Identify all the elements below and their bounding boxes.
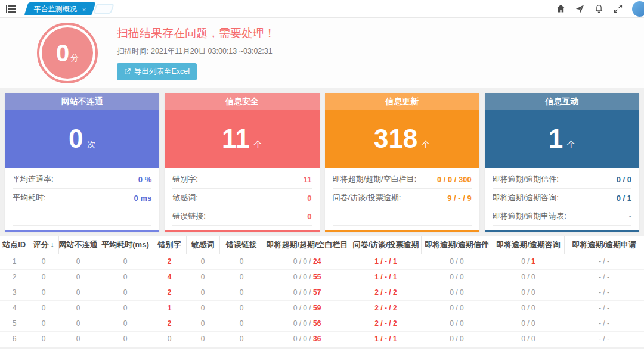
stat-value: 0 ms: [134, 194, 152, 202]
table-header-cell[interactable]: 错误链接: [219, 236, 264, 254]
user-avatar[interactable]: [632, 1, 644, 17]
cell-value-segment: 0: [42, 304, 46, 312]
cell-value-segment: 0 / 0: [521, 319, 535, 328]
table-cell: 2: [153, 316, 186, 331]
cell-value-segment: 0: [123, 304, 128, 312]
table-header-label: 即将超期/超期/空白栏目: [266, 240, 348, 249]
cell-value-segment: 0 / 0: [450, 319, 463, 328]
cell-value-segment: 0: [240, 257, 244, 266]
cell-value-segment: 0 / 0 /: [293, 319, 313, 328]
cell-value-segment: 0: [76, 288, 80, 297]
stat-value: 0 / 0: [617, 175, 631, 184]
cell-value-segment: - / -: [599, 335, 609, 343]
table-header-cell[interactable]: 平均耗时(ms): [98, 236, 153, 254]
table-header-cell[interactable]: 即将逾期/逾期申请: [564, 236, 644, 254]
table-cell: 0 / 0: [493, 331, 564, 347]
tab-bar: 平台监测概况 ×: [26, 2, 113, 15]
table-cell: 0: [186, 269, 219, 285]
topbar: 平台监测概况 ×: [0, 0, 644, 18]
cell-value-segment: 0: [76, 304, 80, 312]
table-cell: - / -: [564, 331, 644, 347]
cell-value-segment: 0: [240, 273, 244, 281]
topbar-actions: [556, 1, 638, 17]
menu-icon[interactable]: [5, 3, 17, 15]
table-header-label: 问卷/访谈/投票逾期: [352, 240, 419, 249]
cell-value-segment: 0 / 0: [450, 273, 463, 281]
table-header-cell[interactable]: 评分↓: [29, 236, 58, 254]
card-big-value: 0次: [5, 110, 159, 168]
card-big-value: 11个: [165, 110, 319, 168]
table-header-cell[interactable]: 错别字: [153, 236, 186, 254]
tab-close-icon[interactable]: ×: [82, 5, 86, 13]
cell-value-segment: 1: [531, 257, 535, 266]
stat-value: 0 %: [138, 175, 151, 184]
table-header-label: 网站不连通: [59, 240, 98, 249]
cell-value-segment: 1 / - / 1: [374, 273, 397, 281]
table-header-cell[interactable]: 即将逾期/逾期咨询: [493, 236, 564, 254]
stat-label: 即将超期/超期/空白栏目:: [333, 174, 417, 185]
export-excel-button[interactable]: 导出列表至Excel: [117, 63, 197, 80]
table-cell: 0: [98, 316, 153, 331]
send-icon[interactable]: [575, 4, 585, 14]
card-unit: 个: [254, 139, 262, 150]
table-cell: 0: [29, 285, 58, 300]
card-unit: 次: [87, 139, 95, 150]
cell-value-segment: 6: [13, 335, 17, 343]
table-cell: 0 / 0: [493, 300, 564, 316]
table-cell: 0: [186, 300, 219, 316]
table-header-cell[interactable]: 敏感词: [186, 236, 219, 254]
sort-descending-icon[interactable]: ↓: [51, 241, 54, 249]
stat-label: 错误链接:: [172, 211, 206, 222]
table-header-label: 即将逾期/逾期申请: [572, 240, 636, 249]
table-header-cell[interactable]: 即将逾期/逾期信件: [421, 236, 493, 254]
stat-value: 0: [307, 212, 311, 221]
table-cell: 0: [219, 331, 264, 347]
table-cell: 0 / 0: [421, 269, 493, 285]
stat-row: 平均连通率:0 %: [13, 170, 151, 189]
table-row: 40001000 / 0 / 592 / - / 20 / 00 / 0- / …: [0, 300, 644, 316]
card-title: 信息安全: [165, 93, 319, 110]
cell-value-segment: 0: [76, 335, 80, 343]
score-circle: 0 分: [37, 23, 98, 83]
card-stats: 平均连通率:0 %平均耗时:0 ms: [5, 168, 159, 230]
summary-card: 网站不连通0次平均连通率:0 %平均耗时:0 ms: [5, 93, 159, 232]
cell-value-segment: 0: [42, 288, 46, 297]
table-cell: 0: [98, 331, 153, 347]
tab-platform-overview[interactable]: 平台监测概况 ×: [24, 2, 96, 15]
cell-value-segment: 0: [201, 319, 205, 328]
stat-row: 即将逾期/逾期申请表:-: [493, 207, 631, 226]
stat-value: -: [629, 212, 631, 221]
table-header-label: 错误链接: [226, 240, 257, 249]
table-header-cell[interactable]: 站点ID: [0, 236, 29, 254]
stat-row: 错误链接:0: [172, 207, 311, 226]
table-header-label: 站点ID: [2, 240, 26, 249]
table-cell: 0: [29, 316, 58, 331]
cell-value-segment: 0: [123, 257, 128, 266]
table-cell: 1: [153, 300, 186, 316]
table-cell: 0: [29, 269, 58, 285]
bell-icon[interactable]: [594, 4, 604, 14]
expand-icon[interactable]: [613, 4, 623, 14]
table-header-cell[interactable]: 即将超期/超期/空白栏目: [264, 236, 351, 254]
scan-summary: 0 分 扫描结果存在问题，需要处理！ 扫描时间: 2021年11月20日 03:…: [0, 18, 644, 88]
table-cell: - / -: [564, 300, 644, 316]
cell-value-segment: 0: [76, 319, 80, 328]
cell-value-segment: 1: [13, 257, 17, 266]
table-header-label: 即将逾期/逾期咨询: [496, 240, 561, 249]
table-cell: 0: [58, 300, 98, 316]
table-cell: - / -: [564, 285, 644, 300]
table-cell: 1 / - / 1: [351, 254, 421, 269]
export-icon: [124, 68, 131, 75]
table-header-cell[interactable]: 问卷/访谈/投票逾期: [351, 236, 421, 254]
cell-value-segment: 0: [201, 288, 205, 297]
cell-value-segment: 2: [168, 288, 172, 297]
table-cell: 4: [153, 269, 186, 285]
home-icon[interactable]: [556, 4, 566, 14]
table-cell: 0: [186, 285, 219, 300]
table-header-label: 敏感词: [191, 240, 215, 249]
table-header-label: 错别字: [158, 240, 181, 249]
table-cell: 2 / - / 2: [351, 316, 421, 331]
card-title: 信息互动: [485, 93, 639, 110]
table-cell: 0 / 0 / 36: [264, 331, 351, 347]
table-header-cell[interactable]: 网站不连通: [58, 236, 98, 254]
